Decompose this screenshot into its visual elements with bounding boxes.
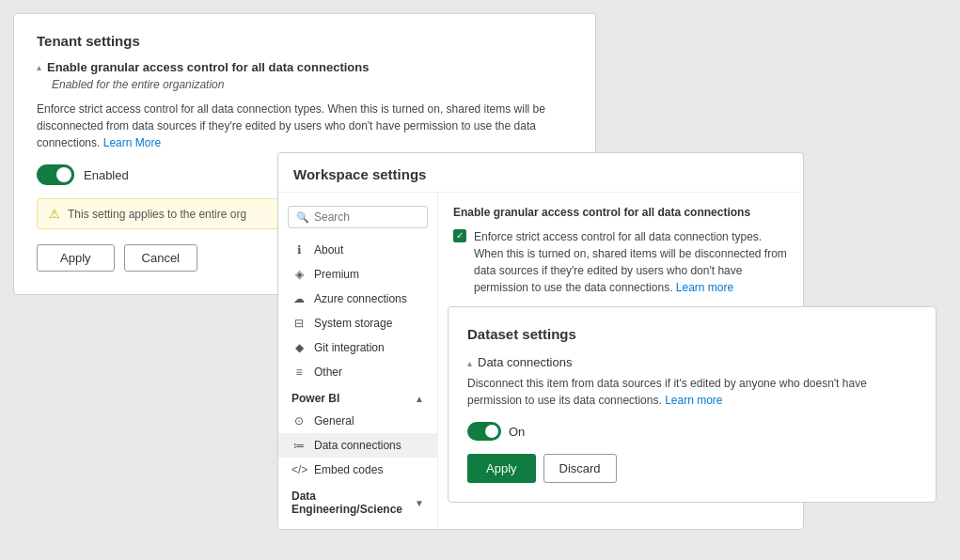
dataset-on-label: On — [509, 425, 525, 439]
tenant-cancel-button[interactable]: Cancel — [124, 244, 197, 272]
chevron-down-icon: ▼ — [415, 498, 424, 508]
tenant-description: Enforce strict access control for all da… — [37, 101, 573, 151]
premium-icon: ◈ — [291, 268, 307, 281]
workspace-header: Workspace settings — [278, 153, 803, 193]
dataset-settings-panel: Dataset settings ▴ Data connections Disc… — [448, 306, 936, 503]
workspace-nav-other[interactable]: ≡ Other — [278, 360, 437, 384]
tenant-toggle-label: Enabled — [84, 168, 129, 182]
workspace-checkbox-row: Enforce strict access control for all da… — [453, 228, 788, 296]
collapse-icon: ▴ — [37, 62, 41, 72]
tenant-apply-button[interactable]: Apply — [37, 244, 115, 272]
dataset-discard-button[interactable]: Discard — [543, 454, 617, 483]
workspace-search-input[interactable] — [314, 210, 419, 224]
workspace-nav-embed-codes[interactable]: </> Embed codes — [278, 458, 437, 482]
workspace-nav-azure[interactable]: ☁ Azure connections — [278, 287, 437, 311]
dataset-toggle-row: On — [467, 422, 917, 441]
workspace-nav: 🔍 ℹ About ◈ Premium ☁ Azure connections … — [278, 193, 438, 529]
workspace-content-title: Enable granular access control for all d… — [453, 206, 788, 219]
warning-icon: ⚠ — [49, 207, 60, 221]
workspace-nav-git[interactable]: ◆ Git integration — [278, 335, 437, 360]
workspace-search-box[interactable]: 🔍 — [288, 206, 428, 228]
workspace-nav-about[interactable]: ℹ About — [278, 238, 437, 262]
data-connections-icon: ≔ — [291, 439, 307, 452]
about-icon: ℹ — [291, 243, 307, 257]
storage-icon: ⊟ — [291, 317, 307, 330]
dataset-button-row: Apply Discard — [467, 454, 917, 483]
tenant-enabled-toggle[interactable] — [37, 164, 74, 185]
tenant-warning-text: This setting applies to the entire org — [68, 208, 246, 221]
workspace-checkbox[interactable] — [453, 229, 466, 242]
tenant-section-heading: Enable granular access control for all d… — [47, 60, 369, 74]
workspace-learn-more-link[interactable]: Learn more — [676, 281, 733, 294]
dataset-conn-title: Data connections — [478, 355, 572, 369]
dataset-collapse-icon: ▴ — [467, 358, 472, 368]
dataset-apply-button[interactable]: Apply — [467, 454, 536, 483]
workspace-checkbox-desc: Enforce strict access control for all da… — [474, 228, 788, 296]
data-engineering-section-header[interactable]: Data Engineering/Science ▼ — [278, 482, 437, 520]
search-icon: 🔍 — [296, 211, 309, 224]
dataset-learn-more-link[interactable]: Learn more — [665, 394, 722, 407]
tenant-learn-more-link[interactable]: Learn More — [103, 136, 161, 149]
workspace-nav-storage[interactable]: ⊟ System storage — [278, 311, 437, 335]
dataset-conn-row: ▴ Data connections — [467, 355, 917, 369]
general-icon: ⊙ — [291, 414, 307, 428]
workspace-nav-data-connections[interactable]: ≔ Data connections — [278, 433, 437, 458]
workspace-nav-premium[interactable]: ◈ Premium — [278, 262, 437, 287]
tenant-section-subheading: Enabled for the entire organization — [52, 78, 573, 91]
workspace-title: Workspace settings — [293, 166, 788, 182]
embed-icon: </> — [291, 463, 307, 476]
dataset-title: Dataset settings — [467, 326, 917, 342]
dataset-description: Disconnect this item from data sources i… — [467, 375, 917, 409]
git-icon: ◆ — [291, 341, 307, 354]
tenant-settings-title: Tenant settings — [37, 33, 573, 49]
workspace-nav-general[interactable]: ⊙ General — [278, 409, 437, 433]
power-bi-section-header[interactable]: Power BI ▲ — [278, 384, 437, 409]
dataset-on-toggle[interactable] — [467, 422, 501, 441]
azure-icon: ☁ — [291, 292, 307, 305]
chevron-up-icon: ▲ — [415, 394, 424, 404]
other-icon: ≡ — [291, 366, 307, 379]
